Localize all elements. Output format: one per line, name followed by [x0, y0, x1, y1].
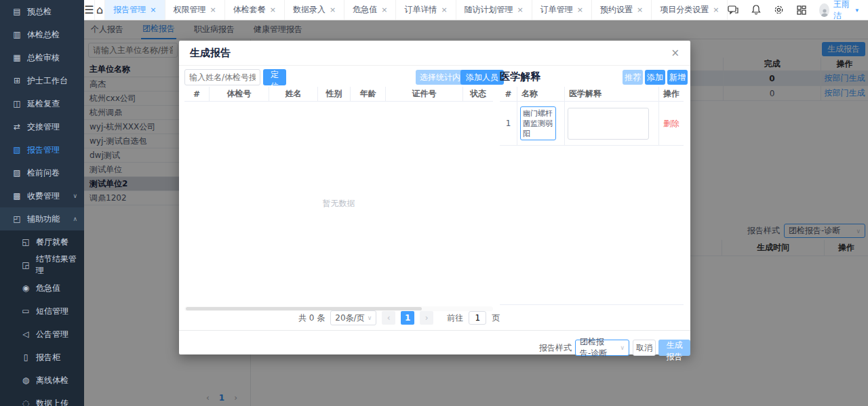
home-icon[interactable]: ⌂ [95, 0, 106, 20]
sidebar-item-recheck[interactable]: ◫延检复查 [0, 92, 84, 115]
tab-close-icon[interactable]: × [270, 5, 276, 14]
locate-button[interactable]: 定位 [263, 69, 286, 85]
tab-label: 体检套餐 [233, 4, 266, 16]
report-style-label: 报告样式 [539, 342, 572, 354]
sidebar-item-label: 结节结果管理 [36, 253, 84, 277]
page-size-select[interactable]: 20条/页 ∨ [330, 310, 376, 325]
tab-close-icon[interactable]: × [713, 5, 719, 14]
sidebar-item-data-upload[interactable]: ◌数据上传 [0, 392, 84, 406]
sidebar-item-announcement-mgmt[interactable]: ◁公告管理 [0, 323, 84, 346]
next-page-button[interactable]: › [420, 311, 433, 325]
empty-text: 暂无数据 [323, 198, 355, 209]
sidebar-item-nurse-workbench[interactable]: ⊞护士工作台 [0, 69, 84, 92]
prev-page-button[interactable]: ‹ [382, 311, 395, 325]
tab-label: 项目分类设置 [660, 4, 709, 16]
gear-icon[interactable] [774, 4, 784, 16]
generate-report-dialog: 生成报告 × 定位 选择统计内容 添加人员 医学解释 推荐 添加 新增 # 体检… [179, 41, 690, 354]
tab-close-icon[interactable]: × [210, 5, 216, 14]
sidebar-item-label: 检前问卷 [27, 167, 60, 179]
add-person-button[interactable]: 添加人员 [460, 70, 504, 85]
sidebar-item-report-cabinet[interactable]: ▯报告柜 [0, 346, 84, 369]
sidebar-item-offline-exam[interactable]: ◍离线体检 [0, 369, 84, 392]
nurse-workbench-icon: ⊞ [12, 76, 22, 85]
sidebar-item-label: 餐厅就餐 [36, 237, 68, 248]
col-index: # [184, 87, 209, 101]
total-count: 共 0 条 [298, 312, 325, 324]
item-name-textarea[interactable]: 幽门螺杆菌监测弱阳 [520, 106, 556, 140]
sidebar-item-pre-exam[interactable]: ▤预总检 [0, 0, 84, 23]
submit-generate-report-button[interactable]: 生成报告 [658, 340, 690, 356]
empty-state: 暂无数据 [184, 102, 493, 305]
tab-followup-plan-mgmt[interactable]: 随访计划管理× [456, 0, 532, 20]
dialog-footer: 报告样式 团检报告-诊断 ∨ 取消 生成报告 [179, 330, 690, 354]
sidebar-item-handover-mgmt[interactable]: ⇄交接管理 [0, 115, 84, 138]
sidebar-item-exam-summary[interactable]: ▥体检总检 [0, 23, 84, 46]
sidebar-item-label: 收费管理 [27, 190, 60, 202]
bell-icon[interactable] [751, 4, 761, 16]
page-1-button[interactable]: 1 [401, 311, 414, 325]
row-index: 1 [500, 102, 517, 145]
tab-exam-package[interactable]: 体检套餐× [225, 0, 285, 20]
sidebar-item-nodule-result-mgmt[interactable]: ◲结节结果管理 [0, 253, 84, 277]
report-style-select[interactable]: 团检报告-诊断 ∨ [575, 340, 629, 356]
sidebar: ▤预总检 ▥体检总检 ▦总检审核 ⊞护士工作台 ◫延检复查 ⇄交接管理 ▧报告管… [0, 0, 84, 406]
page-unit-label: 页 [492, 312, 500, 324]
tab-close-icon[interactable]: × [577, 5, 583, 14]
sidebar-item-label: 数据上传 [36, 398, 68, 406]
sidebar-item-report-mgmt[interactable]: ▧报告管理 [0, 138, 84, 161]
col-gender: 性别 [317, 87, 350, 101]
tab-close-icon[interactable]: × [330, 5, 336, 14]
fee-mgmt-icon: ▩ [12, 191, 22, 201]
sidebar-item-pre-exam-questionnaire[interactable]: ▨检前问卷 [0, 161, 84, 184]
sidebar-item-canteen-dining[interactable]: ◱餐厅就餐 [0, 230, 84, 253]
add-button[interactable]: 添加 [645, 70, 665, 85]
tab-close-icon[interactable]: × [441, 5, 447, 14]
report-cabinet-icon: ▯ [21, 352, 31, 362]
cancel-button[interactable]: 取消 [633, 340, 656, 356]
user-menu[interactable]: 王雨洁 ▾ [819, 0, 859, 22]
interpretation-table: # 名称 医学解释 操作 1 幽门螺杆菌监测弱阳 删除 [500, 87, 684, 146]
announcement-icon: ◁ [21, 329, 31, 339]
sidebar-item-summary-review[interactable]: ▦总检审核 [0, 46, 84, 69]
chevron-up-icon: ∧ [73, 216, 77, 222]
tab-data-entry[interactable]: 数据录入× [285, 0, 344, 20]
tab-close-icon[interactable]: × [381, 5, 387, 14]
tab-critical-value[interactable]: 危急值× [344, 0, 396, 20]
close-icon[interactable]: × [671, 47, 679, 59]
dialog-title: 生成报告 [190, 47, 231, 60]
interpretation-table-header: # 名称 医学解释 操作 [500, 87, 684, 102]
tab-order-detail[interactable]: 订单详情× [396, 0, 456, 20]
tab-close-icon[interactable]: × [637, 5, 643, 14]
tab-label: 订单管理 [540, 4, 573, 16]
col-operation: 操作 [658, 87, 684, 101]
questionnaire-icon: ▨ [12, 168, 22, 178]
medical-interpretation-title: 医学解释 [500, 70, 540, 83]
sidebar-item-critical-value[interactable]: ◉危急值 [0, 277, 84, 300]
hamburger-menu-icon[interactable]: ☰ [84, 0, 95, 20]
interpretation-textarea[interactable] [568, 108, 649, 140]
tab-permission-mgmt[interactable]: 权限管理× [165, 0, 225, 20]
auxiliary-icon: ◰ [12, 214, 22, 224]
exam-summary-icon: ▥ [12, 30, 22, 39]
report-mgmt-icon: ▧ [12, 145, 22, 155]
sidebar-item-auxiliary-functions[interactable]: ◰辅助功能∧ [0, 207, 84, 230]
sidebar-item-sms-mgmt[interactable]: ▭短信管理 [0, 300, 84, 323]
message-icon[interactable] [728, 4, 738, 16]
sidebar-item-fee-mgmt[interactable]: ▩收费管理∨ [0, 184, 84, 207]
tab-item-category-settings[interactable]: 项目分类设置× [652, 0, 728, 20]
col-age: 年龄 [350, 87, 385, 101]
delete-link[interactable]: 删除 [663, 118, 679, 129]
tab-close-icon[interactable]: × [517, 5, 524, 14]
chevron-down-icon: ∨ [73, 192, 77, 199]
offline-exam-icon: ◍ [21, 375, 31, 385]
goto-page-input[interactable] [469, 311, 486, 325]
topbar-actions: 王雨洁 ▾ [728, 0, 868, 20]
tab-report-mgmt[interactable]: 报告管理× [105, 0, 165, 20]
tab-close-icon[interactable]: × [150, 5, 156, 14]
person-search-input[interactable] [184, 69, 260, 85]
recommend-button[interactable]: 推荐 [623, 70, 643, 85]
tab-booking-settings[interactable]: 预约设置× [592, 0, 652, 20]
apps-grid-icon[interactable] [797, 4, 806, 16]
tab-order-mgmt[interactable]: 订单管理× [532, 0, 592, 20]
new-button[interactable]: 新增 [667, 70, 688, 85]
